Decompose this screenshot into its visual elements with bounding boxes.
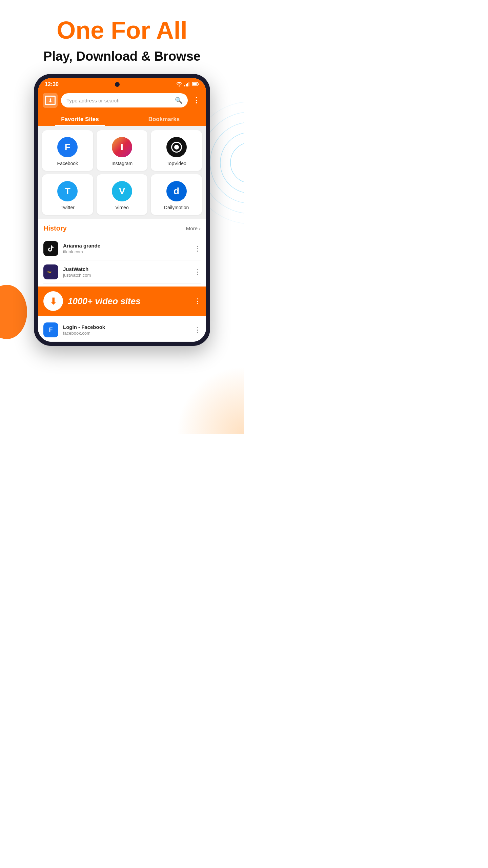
search-placeholder: Type address or search	[66, 98, 120, 103]
camera-cutout	[115, 82, 120, 87]
phone-frame: 12:30	[34, 74, 210, 346]
vimeo-icon: V	[112, 181, 132, 201]
app-logo: ⬇	[43, 93, 58, 108]
svg-rect-6	[184, 85, 185, 86]
history-content-facebook: Login - Facebook facebook.com	[63, 324, 189, 336]
subheadline: Play, Download & Browse	[14, 49, 230, 64]
site-card-twitter[interactable]: T Twitter	[42, 174, 93, 215]
instagram-label: Instagram	[111, 161, 133, 166]
history-item-menu-facebook[interactable]: ⋮	[194, 326, 201, 334]
battery-icon	[192, 82, 199, 87]
facebook-hist-icon: F	[43, 322, 58, 337]
dailymotion-icon: d	[166, 181, 187, 201]
history-header: History More ›	[43, 224, 201, 232]
status-icons	[176, 82, 199, 87]
search-bar[interactable]: Type address or search 🔍	[61, 93, 188, 107]
banner-text: 1000+ video sites	[68, 296, 141, 307]
chevron-right-icon: ›	[199, 225, 201, 231]
history-site-name-jw: JustWatch	[63, 266, 189, 272]
svg-rect-11	[192, 83, 197, 85]
more-menu-button[interactable]: ⋮	[191, 95, 201, 106]
banner-download-circle: ⬇	[43, 291, 63, 311]
tab-favorite-sites[interactable]: Favorite Sites	[38, 113, 122, 126]
history-site-name: Arianna grande	[63, 243, 189, 249]
phone-wrapper: 12:30	[0, 74, 244, 346]
svg-rect-9	[188, 82, 189, 86]
history-item-ariana[interactable]: Arianna grande tiktok.com ⋮	[43, 237, 201, 260]
facebook-label: Facebook	[57, 161, 78, 166]
history-title: History	[43, 224, 67, 232]
decorative-bottom	[176, 366, 244, 434]
wifi-icon	[176, 82, 182, 87]
history-url-fb: facebook.com	[63, 331, 189, 336]
download-icon: ⬇	[48, 97, 53, 104]
topvideo-ring	[171, 142, 182, 153]
headline: One For All	[14, 17, 230, 44]
site-card-vimeo[interactable]: V Vimeo	[97, 174, 148, 215]
history-site-name-fb: Login - Facebook	[63, 324, 189, 330]
site-card-instagram[interactable]: I Instagram	[97, 130, 148, 171]
justwatch-icon: JW	[43, 264, 58, 279]
history-content-justwatch: JustWatch justwatch.com	[63, 266, 189, 278]
svg-rect-12	[198, 83, 199, 85]
history-section: History More › Arianna grande	[38, 219, 206, 342]
twitter-icon: T	[57, 181, 78, 201]
topvideo-label: TopVideo	[167, 161, 186, 166]
site-card-facebook[interactable]: F Facebook	[42, 130, 93, 171]
site-card-dailymotion[interactable]: d Dailymotion	[151, 174, 202, 215]
browser-bar: ⬇ Type address or search 🔍 ⋮	[38, 90, 206, 113]
app-logo-inner: ⬇	[45, 96, 56, 105]
site-card-topvideo[interactable]: TopVideo	[151, 130, 202, 171]
vimeo-label: Vimeo	[115, 205, 128, 210]
banner: ⬇ 1000+ video sites ⋮	[38, 287, 206, 316]
status-time: 12:30	[45, 81, 59, 87]
history-url: tiktok.com	[63, 249, 189, 254]
page-header: One For All Play, Download & Browse	[0, 0, 244, 74]
svg-point-5	[179, 85, 180, 86]
signal-icon	[184, 82, 190, 87]
svg-text:JW: JW	[47, 271, 52, 274]
facebook-icon: F	[57, 137, 78, 157]
history-item-menu-ariana[interactable]: ⋮	[194, 244, 201, 253]
history-item-justwatch[interactable]: JW JustWatch justwatch.com ⋮	[43, 260, 201, 284]
svg-rect-8	[187, 83, 188, 86]
more-link[interactable]: More ›	[186, 225, 201, 231]
tiktok-icon	[43, 241, 58, 256]
status-bar: 12:30	[38, 78, 206, 90]
tabs: Favorite Sites Bookmarks	[38, 113, 206, 126]
tab-bookmarks[interactable]: Bookmarks	[122, 113, 206, 126]
topvideo-inner	[174, 145, 179, 150]
dailymotion-label: Dailymotion	[164, 205, 189, 210]
phone-screen: 12:30	[38, 78, 206, 342]
history-item-menu-justwatch[interactable]: ⋮	[194, 268, 201, 276]
favorite-sites-grid: F Facebook I Instagram TopVideo	[38, 126, 206, 219]
banner-download-icon: ⬇	[49, 296, 57, 307]
instagram-icon: I	[112, 137, 132, 157]
search-icon: 🔍	[175, 97, 182, 104]
history-content-ariana: Arianna grande tiktok.com	[63, 243, 189, 254]
banner-menu[interactable]: ⋮	[194, 297, 201, 305]
svg-rect-7	[186, 84, 187, 86]
twitter-label: Twitter	[61, 205, 75, 210]
history-item-facebook[interactable]: F Login - Facebook facebook.com ⋮	[43, 318, 201, 342]
history-url-jw: justwatch.com	[63, 273, 189, 278]
topvideo-icon	[166, 137, 187, 157]
